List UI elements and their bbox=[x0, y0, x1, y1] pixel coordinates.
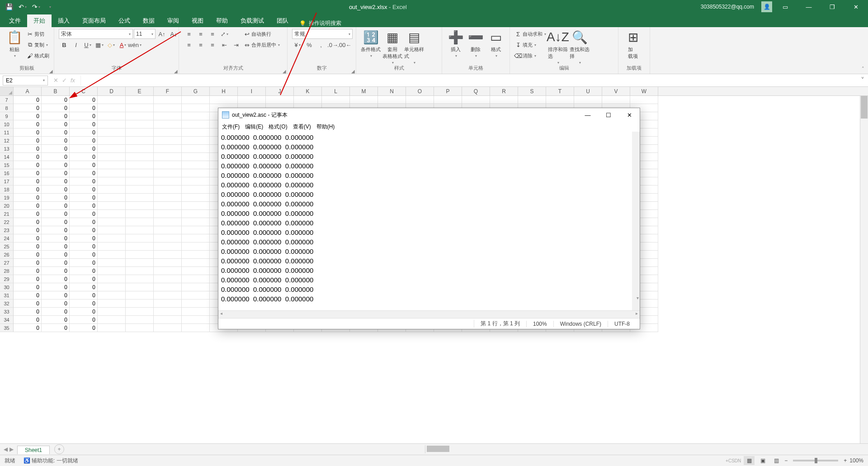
format-as-table-button[interactable]: ▦套用 表格格式▾ bbox=[382, 29, 402, 65]
tab-插入[interactable]: 插入 bbox=[52, 14, 76, 27]
cell[interactable] bbox=[182, 185, 210, 194]
cell[interactable] bbox=[266, 96, 294, 104]
column-header-K[interactable]: K bbox=[294, 87, 322, 95]
accessibility-status[interactable]: ♿ 辅助功能: 一切就绪 bbox=[24, 457, 78, 465]
cancel-formula-icon[interactable]: ✕ bbox=[53, 77, 58, 84]
cell[interactable] bbox=[98, 283, 126, 291]
cell[interactable] bbox=[98, 226, 126, 234]
cell[interactable]: 0 bbox=[14, 218, 42, 226]
tab-数据[interactable]: 数据 bbox=[137, 14, 161, 27]
cell[interactable] bbox=[294, 96, 322, 104]
cell[interactable] bbox=[126, 112, 154, 120]
cell[interactable] bbox=[98, 104, 126, 112]
minimize-button[interactable]: ― bbox=[798, 0, 819, 14]
cell[interactable] bbox=[182, 243, 210, 251]
notepad-minimize-button[interactable]: ― bbox=[577, 108, 598, 122]
cell[interactable]: 0 bbox=[70, 243, 98, 251]
cell[interactable] bbox=[182, 226, 210, 234]
qat-customize-icon[interactable]: ▾ bbox=[44, 1, 55, 12]
cell[interactable] bbox=[182, 300, 210, 308]
cell[interactable] bbox=[154, 169, 182, 177]
cell[interactable]: 0 bbox=[42, 161, 70, 169]
row-header[interactable]: 28 bbox=[0, 267, 14, 275]
dialog-launcher-icon[interactable]: ◢ bbox=[283, 69, 286, 74]
cell[interactable] bbox=[126, 169, 154, 177]
cell[interactable]: 0 bbox=[70, 137, 98, 145]
cell[interactable] bbox=[126, 128, 154, 137]
cell[interactable] bbox=[126, 153, 154, 161]
cell[interactable] bbox=[490, 96, 518, 104]
cell[interactable]: 0 bbox=[14, 283, 42, 291]
cell[interactable] bbox=[126, 194, 154, 202]
row-header[interactable]: 30 bbox=[0, 283, 14, 291]
cell[interactable]: 0 bbox=[42, 300, 70, 308]
cell[interactable] bbox=[434, 96, 462, 104]
cell[interactable] bbox=[126, 234, 154, 243]
user-email[interactable]: 3038505322@qq.com bbox=[701, 4, 754, 10]
cell[interactable] bbox=[602, 96, 630, 104]
cell[interactable]: 0 bbox=[42, 226, 70, 234]
percent-format-icon[interactable]: % bbox=[304, 40, 315, 50]
ribbon-display-icon[interactable]: ▭ bbox=[775, 0, 796, 14]
scroll-down-icon[interactable]: ▾ bbox=[637, 293, 639, 303]
row-header[interactable]: 25 bbox=[0, 243, 14, 251]
cell[interactable] bbox=[126, 120, 154, 128]
maximize-button[interactable]: ❐ bbox=[822, 0, 843, 14]
undo-icon[interactable]: ↶▾ bbox=[17, 1, 28, 12]
cell[interactable] bbox=[154, 283, 182, 291]
clear-button[interactable]: ⌫清除▾ bbox=[514, 51, 546, 61]
row-header[interactable]: 20 bbox=[0, 202, 14, 210]
cell[interactable]: 0 bbox=[70, 112, 98, 120]
cell[interactable] bbox=[126, 202, 154, 210]
column-header-B[interactable]: B bbox=[42, 87, 70, 95]
italic-button[interactable]: I bbox=[71, 40, 81, 50]
cell[interactable] bbox=[154, 177, 182, 185]
column-header-S[interactable]: S bbox=[518, 87, 546, 95]
row-header[interactable]: 9 bbox=[0, 112, 14, 120]
cell[interactable] bbox=[98, 251, 126, 259]
cell[interactable] bbox=[154, 324, 182, 332]
row-header[interactable]: 12 bbox=[0, 137, 14, 145]
column-header-C[interactable]: C bbox=[70, 87, 98, 95]
cell[interactable] bbox=[98, 194, 126, 202]
insert-cells-button[interactable]: ➕插入▾ bbox=[447, 29, 465, 58]
cell[interactable]: 0 bbox=[42, 218, 70, 226]
row-header[interactable]: 15 bbox=[0, 161, 14, 169]
cell[interactable]: 0 bbox=[70, 210, 98, 218]
cell[interactable]: 0 bbox=[70, 291, 98, 300]
cell[interactable]: 0 bbox=[14, 137, 42, 145]
cell[interactable] bbox=[182, 202, 210, 210]
cell[interactable] bbox=[182, 316, 210, 324]
cell[interactable] bbox=[182, 218, 210, 226]
row-header[interactable]: 10 bbox=[0, 120, 14, 128]
addins-button[interactable]: ⊞加 载项 bbox=[623, 29, 643, 60]
cell[interactable] bbox=[98, 267, 126, 275]
phonetic-button[interactable]: wén▾ bbox=[129, 40, 140, 50]
font-size-combo[interactable]: 11▾ bbox=[134, 29, 156, 39]
cell[interactable] bbox=[154, 112, 182, 120]
cell[interactable]: 0 bbox=[70, 96, 98, 104]
column-header-R[interactable]: R bbox=[490, 87, 518, 95]
tab-审阅[interactable]: 审阅 bbox=[161, 14, 185, 27]
cell[interactable] bbox=[126, 300, 154, 308]
cell[interactable]: 0 bbox=[70, 169, 98, 177]
row-header[interactable]: 14 bbox=[0, 153, 14, 161]
scrollbar-thumb[interactable] bbox=[427, 446, 449, 452]
cell[interactable] bbox=[98, 316, 126, 324]
column-header-A[interactable]: A bbox=[14, 87, 42, 95]
cell[interactable] bbox=[546, 96, 574, 104]
row-header[interactable]: 32 bbox=[0, 300, 14, 308]
cell[interactable] bbox=[126, 145, 154, 153]
tab-文件[interactable]: 文件 bbox=[3, 14, 27, 27]
cell[interactable]: 0 bbox=[14, 169, 42, 177]
cell[interactable]: 0 bbox=[70, 145, 98, 153]
column-header-W[interactable]: W bbox=[630, 87, 658, 95]
column-header-I[interactable]: I bbox=[238, 87, 266, 95]
cell[interactable] bbox=[98, 161, 126, 169]
column-header-T[interactable]: T bbox=[546, 87, 574, 95]
tab-开始[interactable]: 开始 bbox=[27, 14, 52, 27]
cell[interactable] bbox=[182, 96, 210, 104]
cell[interactable]: 0 bbox=[42, 210, 70, 218]
tab-负载测试[interactable]: 负载测试 bbox=[234, 14, 270, 27]
cell[interactable] bbox=[154, 251, 182, 259]
